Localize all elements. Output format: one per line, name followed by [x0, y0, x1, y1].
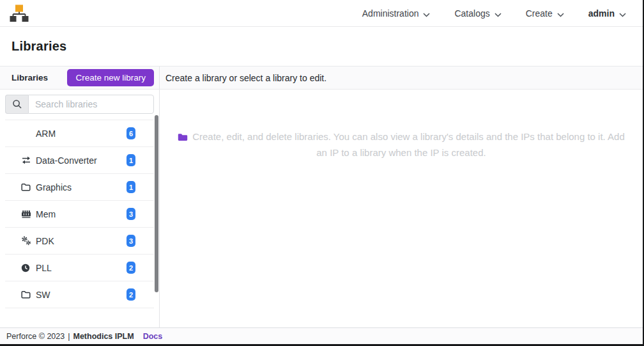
nav-catalogs-menu[interactable]: Catalogs — [454, 8, 501, 19]
ip-count-badge: 2 — [126, 262, 135, 274]
library-row-mem[interactable]: Mem 3 — [5, 201, 154, 228]
library-label: Graphics — [36, 182, 72, 193]
folder-outline-icon — [21, 183, 31, 192]
library-label: PDK — [36, 236, 54, 246]
libraries-section-label: Libraries — [12, 73, 48, 83]
library-row-partial[interactable] — [5, 308, 154, 318]
library-row-sw[interactable]: SW 2 — [5, 281, 154, 308]
nav-catalogs-label: Catalogs — [454, 8, 489, 19]
library-row-data-converter[interactable]: Data-Converter 1 — [5, 147, 154, 174]
nav-user-menu[interactable]: admin — [588, 8, 626, 19]
chevron-down-icon — [494, 9, 502, 19]
ip-count-badge: 2 — [126, 288, 135, 301]
top-nav-menu: Administration Catalogs Create admin — [362, 8, 626, 19]
folder-outline-icon — [21, 290, 31, 299]
gears-icon — [21, 237, 31, 246]
sitemap-logo-icon[interactable] — [9, 4, 29, 23]
nav-administration-label: Administration — [362, 8, 419, 19]
library-label: PLL — [36, 263, 52, 273]
empty-state-text: Create, edit, and delete libraries. You … — [192, 131, 625, 158]
library-row-pdk[interactable]: PDK 3 — [5, 228, 154, 255]
toolbar-left-section: Libraries Create new library — [0, 67, 160, 89]
chevron-down-icon — [423, 9, 430, 19]
content-area: ARM 6 Data-Converter 1 — [0, 90, 643, 327]
search-icon — [5, 95, 28, 114]
blank-icon — [21, 317, 31, 318]
clock-icon — [21, 263, 31, 272]
ip-count-badge: 3 — [126, 235, 135, 247]
library-label: Data-Converter — [36, 155, 97, 166]
folder-icon — [178, 130, 188, 145]
nav-administration-menu[interactable]: Administration — [362, 8, 431, 19]
toolbar-helper-text: Create a library or select a library to … — [165, 73, 326, 83]
swap-arrows-icon — [21, 156, 31, 165]
footer-copyright: Perforce © 2023 — [6, 332, 65, 341]
nav-create-label: Create — [526, 8, 553, 19]
docs-link[interactable]: Docs — [143, 332, 163, 341]
footer-product-name: Methodics IPLM — [73, 332, 134, 341]
library-label: Mem — [36, 209, 56, 219]
nav-user-label: admin — [588, 8, 615, 19]
page-header: Libraries — [0, 27, 643, 67]
top-nav-bar: Administration Catalogs Create admin — [0, 0, 643, 27]
app-window: Administration Catalogs Create admin — [0, 0, 644, 346]
memory-chip-icon — [21, 210, 31, 219]
page-title: Libraries — [12, 39, 66, 54]
footer-separator: | — [68, 332, 70, 341]
footer: Perforce © 2023 | Methodics IPLM Docs — [0, 327, 643, 344]
library-label: ARM — [36, 129, 56, 139]
library-row-pll[interactable]: PLL 2 — [5, 255, 154, 281]
sidebar-scrollbar-thumb[interactable] — [155, 115, 158, 292]
empty-state-message: Create, edit, and delete libraries. You … — [174, 129, 629, 160]
ip-count-badge: 6 — [126, 127, 135, 139]
main-panel: Create, edit, and delete libraries. You … — [160, 90, 643, 327]
chevron-down-icon — [619, 9, 626, 19]
library-label: SW — [36, 290, 50, 300]
chevron-down-icon — [557, 9, 564, 19]
toolbar: Libraries Create new library Create a li… — [0, 67, 643, 90]
libraries-sidebar: ARM 6 Data-Converter 1 — [0, 90, 160, 327]
library-search-group — [5, 95, 154, 114]
ip-count-badge: 3 — [126, 208, 135, 220]
blank-icon — [21, 129, 31, 138]
toolbar-right-section: Create a library or select a library to … — [160, 67, 326, 89]
ip-count-badge: 1 — [126, 181, 135, 193]
search-libraries-input[interactable] — [28, 95, 154, 114]
nav-create-menu[interactable]: Create — [526, 8, 564, 19]
library-row-graphics[interactable]: Graphics 1 — [5, 174, 154, 201]
library-list: ARM 6 Data-Converter 1 — [5, 120, 154, 318]
ip-count-badge: 1 — [126, 154, 135, 166]
create-new-library-button[interactable]: Create new library — [67, 69, 154, 86]
library-row-arm[interactable]: ARM 6 — [5, 120, 154, 147]
